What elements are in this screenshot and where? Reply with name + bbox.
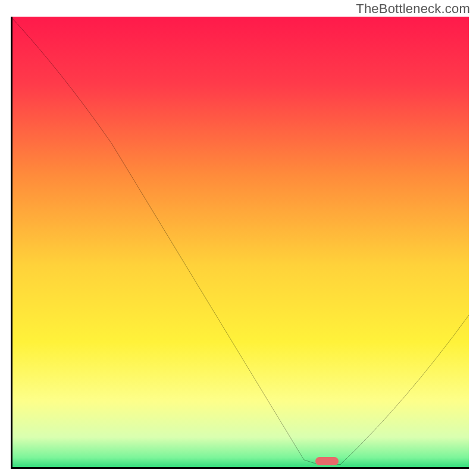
watermark-text: TheBottleneck.com [356,1,470,17]
optimal-marker [315,457,339,465]
chart-container: TheBottleneck.com [0,0,476,476]
axes [11,17,469,469]
plot-area [11,17,469,469]
